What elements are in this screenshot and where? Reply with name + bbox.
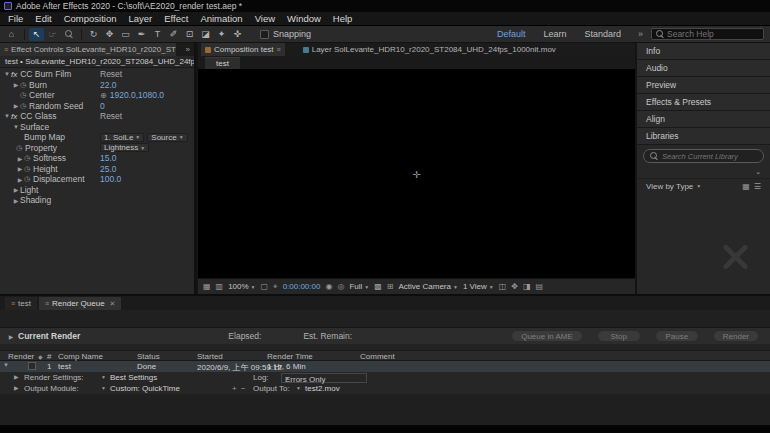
layer-select-dropdown[interactable]: 1. SolLe▼ <box>100 133 144 142</box>
group-row[interactable]: ▼ Surface <box>0 122 194 133</box>
source-select-dropdown[interactable]: Source▼ <box>147 133 187 142</box>
twirl-down-icon[interactable]: ▼ <box>12 124 20 130</box>
panel-header-info[interactable]: Info <box>637 43 770 59</box>
render-checkbox[interactable] <box>28 362 36 370</box>
property-value[interactable]: 0 <box>100 101 105 111</box>
tab-timeline-test[interactable]: ≡ test <box>5 297 37 310</box>
twirl-right-icon[interactable]: ▶ <box>12 81 20 88</box>
property-value[interactable]: 15.0 <box>100 153 117 163</box>
output-module-value[interactable]: Custom: QuickTime <box>110 384 180 393</box>
property-row[interactable]: ▶ ◷ Displacement 100.0 <box>0 174 194 185</box>
selection-tool-icon[interactable]: ↖ <box>29 28 44 41</box>
eraser-tool-icon[interactable]: ◪ <box>198 28 213 41</box>
viewer-tab-test[interactable]: test <box>205 57 240 69</box>
pixel-aspect-icon[interactable]: ⊞ <box>387 282 394 291</box>
col-comp-name[interactable]: Comp Name <box>58 352 103 361</box>
stopwatch-icon[interactable]: ◷ <box>20 81 29 89</box>
property-row[interactable]: ▶ ◷ Height 25.0 <box>0 164 194 175</box>
panel-header-libraries[interactable]: Libraries <box>637 128 770 144</box>
type-tool-icon[interactable]: T <box>150 28 165 41</box>
menu-layer[interactable]: Layer <box>123 13 159 24</box>
property-row[interactable]: ▶ ◷ Random Seed 0 <box>0 101 194 112</box>
property-value[interactable]: 1920.0,1080.0 <box>110 90 164 100</box>
resolution-dropdown[interactable]: Full▼ <box>349 282 369 291</box>
menu-help[interactable]: Help <box>327 13 359 24</box>
magnification-dropdown[interactable]: 100%▼ <box>228 282 255 291</box>
orbit-camera-tool-icon[interactable]: ↻ <box>86 28 101 41</box>
group-row[interactable]: ▶ Light <box>0 185 194 196</box>
zoom-tool-icon[interactable] <box>61 28 76 41</box>
workspace-learn[interactable]: Learn <box>534 29 575 39</box>
property-select-dropdown[interactable]: Lightness▼ <box>100 143 149 152</box>
mini-flowchart-icon[interactable]: ✥ <box>511 282 518 291</box>
library-select-dropdown[interactable]: ⌄ <box>637 166 770 179</box>
panel-menu-icon[interactable]: ≡ <box>4 46 8 53</box>
fast-preview-icon[interactable]: ◫ <box>499 282 507 291</box>
shape-tool-icon[interactable]: ▭ <box>118 28 133 41</box>
log-dropdown[interactable]: Errors Only▼ <box>281 373 367 383</box>
snapshot-icon[interactable]: ◉ <box>325 282 332 291</box>
tab-effect-controls[interactable]: ≡ Effect Controls SolLevante_HDR10_r2020… <box>0 43 176 56</box>
twirl-right-icon[interactable]: ▶ <box>16 155 24 162</box>
menu-effect[interactable]: Effect <box>158 13 194 24</box>
preview-timecode[interactable]: 0:00:00:00 <box>283 282 321 291</box>
popup-triangle-icon[interactable]: ▼ <box>101 374 106 380</box>
snapping-toggle[interactable]: Snapping <box>260 29 311 39</box>
workspace-standard[interactable]: Standard <box>575 29 630 39</box>
twirl-right-icon[interactable]: ▶ <box>12 102 20 109</box>
render-job-row[interactable]: ▼ 1 test Done 2020/6/9, 上午 09:59:12 1 Hr… <box>0 361 770 372</box>
clone-stamp-tool-icon[interactable]: ⊡ <box>182 28 197 41</box>
timeline-icon[interactable]: ▤ <box>536 282 544 291</box>
queue-in-ame-button[interactable]: Queue in AME <box>511 330 583 342</box>
twirl-down-icon[interactable]: ▼ <box>3 362 9 368</box>
mask-visibility-icon[interactable]: ▥ <box>216 282 224 291</box>
grid-options-icon[interactable]: ▦ <box>203 282 211 291</box>
effect-row[interactable]: ▼ fx CC Glass Reset <box>0 111 194 122</box>
view-layout-dropdown[interactable]: 1 View▼ <box>463 282 494 291</box>
hand-tool-icon[interactable]: ☞ <box>45 28 60 41</box>
panel-menu-icon[interactable]: ≡ <box>277 46 281 53</box>
twirl-right-icon[interactable]: ▶ <box>14 373 19 380</box>
region-of-interest-icon[interactable]: ▢ <box>261 282 269 291</box>
menu-edit[interactable]: Edit <box>29 13 57 24</box>
menu-view[interactable]: View <box>249 13 281 24</box>
menu-animation[interactable]: Animation <box>194 13 248 24</box>
menu-file[interactable]: File <box>2 13 29 24</box>
composition-viewport[interactable]: ✛ <box>198 69 635 278</box>
effect-name[interactable]: CC Glass <box>20 111 56 121</box>
popup-triangle-icon[interactable]: ▼ <box>296 385 301 391</box>
tab-layer[interactable]: Layer SolLevante_HDR10_r2020_ST2084_UHD_… <box>299 43 560 56</box>
ruler-icon[interactable]: ⌖ <box>273 282 278 292</box>
output-to-value[interactable]: test2.mov <box>305 384 340 393</box>
property-value[interactable]: 22.0 <box>100 80 117 90</box>
render-settings-value[interactable]: Best Settings <box>110 373 157 382</box>
menu-composition[interactable]: Composition <box>58 13 123 24</box>
library-search-input[interactable] <box>662 152 757 161</box>
panel-header-align[interactable]: Align <box>637 111 770 127</box>
tab-render-queue[interactable]: ≡ Render Queue ✕ <box>39 297 121 310</box>
show-channel-icon[interactable]: ◎ <box>337 282 344 291</box>
pen-tool-icon[interactable]: ✒ <box>134 28 149 41</box>
transparency-grid-icon[interactable]: ▩ <box>374 282 382 291</box>
brush-tool-icon[interactable]: ✐ <box>166 28 181 41</box>
stopwatch-icon[interactable]: ◷ <box>24 165 33 173</box>
property-value[interactable]: 100.0 <box>100 174 121 184</box>
panel-overflow-icon[interactable]: » <box>182 45 194 54</box>
stopwatch-icon[interactable]: ◷ <box>16 144 25 152</box>
library-search-box[interactable] <box>643 149 764 163</box>
pan-behind-tool-icon[interactable]: ✥ <box>102 28 117 41</box>
twirl-right-icon[interactable]: ▶ <box>16 176 24 183</box>
popup-triangle-icon[interactable]: ▼ <box>101 385 106 391</box>
property-row[interactable]: Bump Map 1. SolLe▼ Source▼ <box>0 132 194 143</box>
group-row[interactable]: ▶ Shading <box>0 195 194 206</box>
tab-composition[interactable]: Composition test ≡ <box>201 43 285 56</box>
workspace-overflow-icon[interactable]: » <box>638 29 643 39</box>
view-by-type-dropdown[interactable]: View by Type ▼ ▦ ☰ <box>637 179 770 193</box>
list-view-icon[interactable]: ☰ <box>754 182 761 191</box>
stop-button[interactable]: Stop <box>597 330 641 342</box>
render-button[interactable]: Render <box>713 330 759 342</box>
panel-header-preview[interactable]: Preview <box>637 77 770 93</box>
twirl-right-icon[interactable]: ▶ <box>14 384 19 391</box>
col-comment[interactable]: Comment <box>360 352 395 361</box>
reset-link[interactable]: Reset <box>100 111 122 121</box>
